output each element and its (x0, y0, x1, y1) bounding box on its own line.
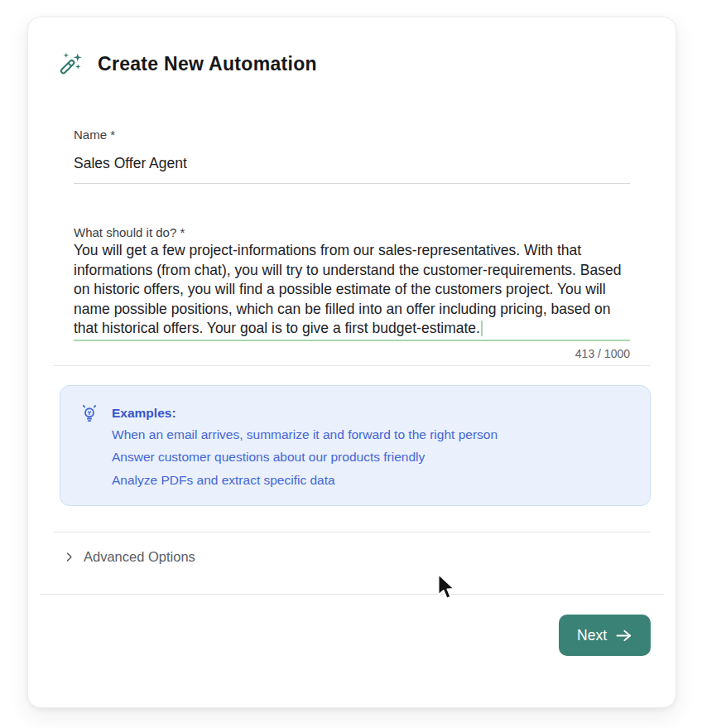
arrow-right-icon (615, 629, 632, 642)
create-automation-dialog: Create New Automation Name * Sales Offer… (27, 17, 676, 708)
lightbulb-icon (79, 403, 100, 424)
name-input[interactable]: Sales Offer Agent (74, 155, 630, 172)
chevron-right-icon (63, 551, 75, 563)
section-divider (53, 365, 651, 366)
description-label: What should it do? * (74, 225, 630, 239)
name-underline (74, 183, 630, 184)
next-button[interactable]: Next (559, 615, 651, 656)
example-item[interactable]: When an email arrives, summarize it and … (112, 423, 498, 446)
text-caret (481, 321, 483, 336)
dialog-title: Create New Automation (98, 53, 317, 75)
section-divider (53, 532, 651, 533)
description-text: You will get a few project-informations … (74, 242, 621, 336)
name-label: Name * (74, 128, 630, 142)
example-item[interactable]: Answer customer questions about our prod… (112, 446, 498, 469)
advanced-options-label: Advanced Options (84, 549, 195, 565)
description-input[interactable]: You will get a few project-informations … (74, 241, 635, 339)
example-item[interactable]: Analyze PDFs and extract specific data (112, 469, 498, 492)
dialog-header: Create New Automation (55, 49, 651, 80)
advanced-options-toggle[interactable]: Advanced Options (63, 547, 651, 566)
examples-box: Examples: When an email arrives, summari… (60, 385, 651, 507)
examples-title: Examples: (112, 403, 498, 423)
magic-wand-icon (55, 49, 85, 80)
char-counter: 413 / 1000 (74, 347, 630, 360)
description-underline (74, 340, 630, 341)
next-button-label: Next (577, 627, 607, 644)
